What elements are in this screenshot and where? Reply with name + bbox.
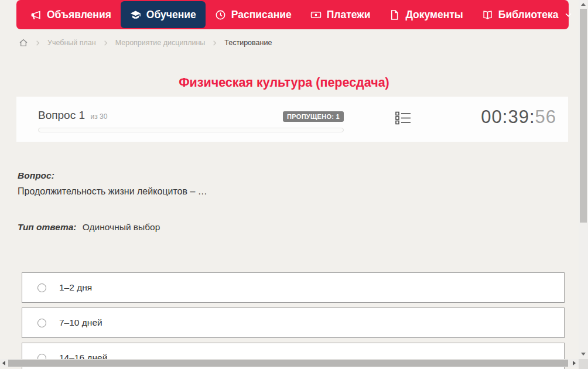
scrollbar-corner xyxy=(579,359,588,369)
timer-hours-minutes: 00:39: xyxy=(481,107,535,127)
answer-type-value: Одиночный выбор xyxy=(83,222,160,232)
chevron-right-icon xyxy=(35,40,41,46)
clock-icon xyxy=(215,9,226,20)
nav-item-label: Расписание xyxy=(231,9,292,21)
question-progress-block: Вопрос 1 из 30 ПРОПУЩЕНО: 1 xyxy=(38,109,344,132)
nav-item-payments[interactable]: Платежи xyxy=(301,1,380,28)
nav-item-label: Библиотека xyxy=(498,9,559,21)
vertical-scrollbar-thumb[interactable] xyxy=(580,9,587,223)
megaphone-icon xyxy=(30,9,42,20)
answer-option-label: 7–10 дней xyxy=(59,317,102,328)
radio-button[interactable] xyxy=(37,319,46,327)
chevron-right-icon xyxy=(102,40,109,46)
vertical-scrollbar[interactable] xyxy=(579,0,588,359)
horizontal-scrollbar-thumb[interactable] xyxy=(8,360,568,367)
document-icon xyxy=(389,9,400,20)
chevron-right-icon xyxy=(211,40,218,46)
answer-options: 1–2 дня 7–10 дней 14–16 дней xyxy=(22,272,565,369)
chevron-down-icon xyxy=(565,11,572,19)
answer-type-label: Тип ответа: xyxy=(18,222,77,232)
answer-option-label: 1–2 дня xyxy=(59,282,92,293)
nav-item-announcements[interactable]: Объявления xyxy=(21,1,121,28)
home-icon[interactable] xyxy=(19,38,28,47)
answer-option-2[interactable]: 7–10 дней xyxy=(22,308,565,338)
question-list-button[interactable] xyxy=(395,110,413,128)
scroll-left-arrow-icon[interactable] xyxy=(2,361,5,365)
breadcrumb-item-discipline-event[interactable]: Мероприятие дисциплины xyxy=(115,39,206,47)
progress-bar xyxy=(38,128,344,132)
nav-item-documents[interactable]: Документы xyxy=(380,1,472,28)
page-title: Физическая культура (пересдача) xyxy=(0,76,568,90)
nav-item-label: Объявления xyxy=(47,9,111,21)
nav-item-label: Обучение xyxy=(146,9,196,21)
breadcrumb-item-testing: Тестирование xyxy=(224,39,272,47)
question-counter: Вопрос 1 из 30 xyxy=(38,109,107,122)
nav-item-label: Платежи xyxy=(327,9,371,21)
scroll-right-arrow-icon[interactable] xyxy=(573,361,576,365)
question-header-card: Вопрос 1 из 30 ПРОПУЩЕНО: 1 00:39:56 xyxy=(16,97,568,142)
nav-item-learning[interactable]: Обучение xyxy=(121,1,206,28)
nav-item-label: Документы xyxy=(405,9,463,21)
graduation-cap-icon xyxy=(130,9,141,20)
skipped-badge: ПРОПУЩЕНО: 1 xyxy=(283,111,344,122)
radio-button[interactable] xyxy=(37,283,46,292)
book-icon xyxy=(482,9,493,20)
scroll-down-arrow-icon[interactable] xyxy=(581,353,586,356)
breadcrumb: Учебный план Мероприятие дисциплины Тест… xyxy=(19,36,272,49)
question-prompt-label: Вопрос: xyxy=(18,170,545,181)
question-list-icon xyxy=(395,110,413,126)
question-number: Вопрос 1 xyxy=(38,109,85,121)
answer-type-row: Тип ответа: Одиночный выбор xyxy=(18,222,545,233)
answer-option-1[interactable]: 1–2 дня xyxy=(22,272,565,303)
nav-item-schedule[interactable]: Расписание xyxy=(206,1,301,28)
question-total: из 30 xyxy=(90,112,107,121)
timer-seconds: 56 xyxy=(535,107,556,127)
question-text: Продолжительность жизни лейкоцитов – … xyxy=(18,186,545,197)
banknote-icon xyxy=(310,9,322,20)
nav-item-library[interactable]: Библиотека xyxy=(473,1,582,28)
breadcrumb-item-curriculum[interactable]: Учебный план xyxy=(47,39,96,47)
timer: 00:39:56 xyxy=(481,107,556,128)
main-navbar: Объявления Обучение Расписание Платежи Д… xyxy=(16,0,569,29)
scroll-up-arrow-icon[interactable] xyxy=(581,3,586,6)
horizontal-scrollbar[interactable] xyxy=(0,359,579,367)
question-block: Вопрос: Продолжительность жизни лейкоцит… xyxy=(18,170,545,233)
